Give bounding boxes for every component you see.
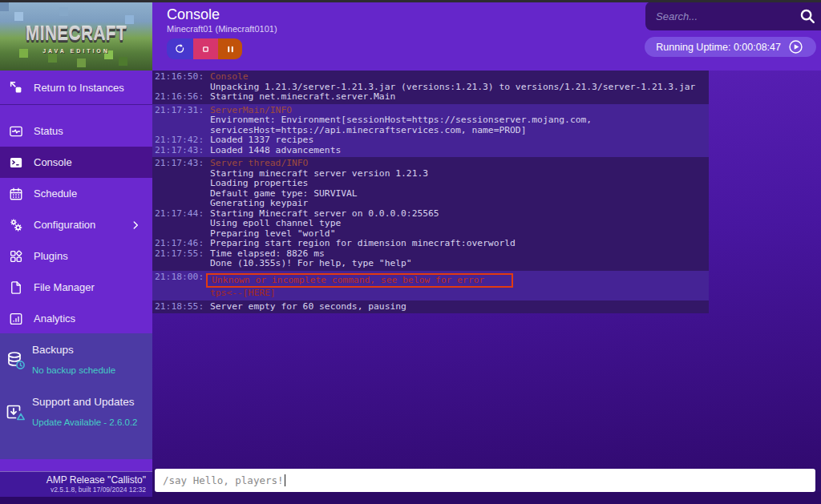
log-timestamp: 21:17:55:	[155, 249, 204, 260]
page-title: Console	[167, 6, 220, 23]
sidebar-item-label: Plugins	[34, 250, 68, 262]
log-message: Done (10.355s)! For help, type "help"	[210, 259, 412, 269]
log-error-highlighted: Unknown or incomplete command, see below…	[206, 273, 513, 288]
log-line: tps<--[HERE]	[155, 288, 709, 299]
sidebar-item-label: Schedule	[34, 187, 77, 200]
console-area: 21:16:50:ConsoleUnpacking 1.21.3/server-…	[152, 71, 821, 469]
log-message: Server empty for 60 seconds, pausing	[210, 302, 406, 312]
log-timestamp	[155, 189, 204, 200]
log-timestamp: 21:16:56:	[155, 92, 204, 103]
log-timestamp	[155, 199, 204, 209]
search-box[interactable]	[645, 2, 821, 30]
running-uptime-badge[interactable]: Running Uptime: 0:00:08:47	[645, 37, 816, 57]
sidebar-item-schedule[interactable]: Schedule	[0, 178, 152, 209]
restart-icon	[174, 43, 186, 55]
log-line: 21:17:46:Preparing start region for dime…	[155, 239, 709, 249]
sidebar-item-file-manager[interactable]: File Manager	[0, 272, 152, 303]
log-timestamp: 21:18:00:	[155, 272, 204, 289]
sidebar-special-section: Backups No backup schedule Support and U…	[0, 333, 152, 459]
backup-status-text: No backup schedule	[32, 365, 146, 375]
log-message: Generating keypair	[210, 199, 308, 209]
log-message: Loading properties	[210, 179, 308, 189]
log-message: Console	[210, 72, 249, 83]
sidebar-nav: Return to Instances Status	[0, 71, 152, 334]
log-line: Generating keypair	[155, 199, 709, 209]
restart-button[interactable]	[167, 38, 193, 59]
sidebar-item-configuration[interactable]: Configuration	[0, 209, 152, 240]
log-block: 21:18:00:Unknown or incomplete command, …	[152, 271, 709, 300]
log-message: tps<--[HERE]	[210, 288, 276, 299]
console-log[interactable]: 21:16:50:ConsoleUnpacking 1.21.3/server-…	[152, 71, 709, 313]
status-icon	[9, 124, 23, 139]
stop-button[interactable]	[193, 38, 218, 59]
log-message: Starting net.minecraft.server.Main	[210, 92, 395, 103]
log-timestamp	[155, 115, 204, 126]
log-message: Loaded 1448 advancements	[210, 146, 341, 156]
text-caret	[285, 474, 286, 486]
log-timestamp	[155, 219, 204, 229]
schedule-icon	[9, 187, 23, 201]
minecraft-logo: MINECRAFT JAVA EDITION	[0, 2, 152, 71]
sidebar-item-label: Console	[34, 156, 72, 168]
play-circle-icon[interactable]	[788, 39, 803, 54]
log-message: Preparing start region for dimension min…	[210, 239, 516, 249]
log-timestamp: 21:17:43:	[155, 146, 204, 156]
log-timestamp: 21:16:50:	[155, 72, 204, 83]
logo-pixel-art	[0, 2, 9, 11]
support-updates-icon	[6, 402, 26, 423]
log-line: 21:17:43:Loaded 1448 advancements	[155, 146, 709, 156]
log-line: 21:16:50:Console	[155, 72, 709, 83]
sidebar-item-backups[interactable]: Backups No backup schedule	[0, 333, 152, 385]
logo-edition: JAVA EDITION	[0, 48, 152, 54]
log-line: 21:18:55:Server empty for 60 seconds, pa…	[155, 302, 709, 312]
window-top-strip	[0, 0, 821, 2]
log-timestamp	[155, 179, 204, 189]
log-message: Loaded 1337 recipes	[210, 135, 313, 146]
sidebar-item-status[interactable]: Status	[0, 115, 152, 147]
update-status-text: Update Available - 2.6.0.2	[32, 417, 146, 427]
chevron-right-icon	[130, 220, 141, 231]
sidebar-item-analytics[interactable]: Analytics	[0, 303, 152, 334]
log-message: Environment: Environment[sessionHost=htt…	[210, 115, 592, 126]
sidebar-item-label: Configuration	[34, 219, 95, 231]
command-text: /say Hello, players!	[163, 474, 284, 486]
pause-icon	[225, 44, 236, 54]
amp-build-label: v2.5.1.8, built 17/09/2024 12:32	[0, 486, 146, 494]
sidebar-item-support-updates[interactable]: Support and Updates Update Available - 2…	[0, 385, 152, 437]
pause-button[interactable]	[218, 38, 242, 59]
command-bar: /say Hello, players!	[152, 469, 821, 492]
log-block: 21:18:55:Server empty for 60 seconds, pa…	[152, 300, 709, 314]
file-manager-icon	[9, 280, 23, 295]
sidebar-item-label: Analytics	[34, 312, 75, 325]
log-timestamp: 21:17:43:	[155, 159, 204, 169]
sidebar-item-return-to-instances[interactable]: Return to Instances	[0, 71, 152, 105]
backups-database-icon	[6, 350, 26, 371]
log-timestamp	[155, 169, 204, 179]
sidebar-item-plugins[interactable]: Plugins	[0, 240, 152, 272]
analytics-icon	[9, 312, 23, 326]
command-input[interactable]: /say Hello, players!	[155, 469, 815, 492]
log-line: Done (10.355s)! For help, type "help"	[155, 259, 709, 269]
uptime-text: Running Uptime: 0:00:08:47	[656, 42, 781, 53]
sidebar-item-label: Return to Instances	[34, 82, 124, 94]
search-input[interactable]	[645, 10, 799, 22]
log-timestamp	[155, 259, 204, 269]
log-line: Loading properties	[155, 179, 709, 189]
sidebar-item-console[interactable]: Console	[0, 147, 152, 178]
plugins-icon	[9, 249, 23, 264]
log-line: 21:17:42:Loaded 1337 recipes	[155, 135, 709, 146]
server-control-buttons	[167, 38, 242, 59]
log-block: 21:17:43:Server thread/INFOStarting mine…	[152, 157, 709, 271]
logo-wordmark: MINECRAFT	[5, 22, 148, 45]
sidebar-item-label: Backups	[32, 344, 74, 356]
log-line: 21:18:00:Unknown or incomplete command, …	[155, 272, 709, 289]
instance-subtitle: Minecraft01 (Minecraft0101)	[167, 24, 277, 34]
sidebar-item-label: Status	[34, 125, 63, 137]
amp-version-footer: AMP Release "Callisto" v2.5.1.8, built 1…	[0, 471, 152, 497]
sidebar: MINECRAFT JAVA EDITION Return to Instanc…	[0, 2, 152, 471]
search-icon[interactable]	[799, 7, 816, 25]
log-message: Server thread/INFO	[210, 159, 308, 169]
log-timestamp: 21:17:46:	[155, 239, 204, 249]
log-timestamp: 21:17:31:	[155, 106, 204, 116]
log-block: 21:16:50:ConsoleUnpacking 1.21.3/server-…	[152, 71, 709, 104]
